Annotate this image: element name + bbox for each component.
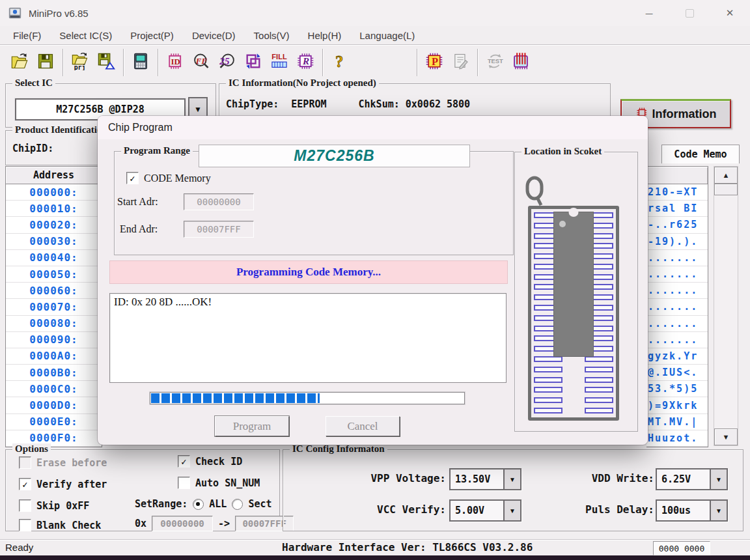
toolbar-fill-block-button[interactable]: FILL [266,48,292,77]
ascii-row[interactable]: @.IUS<. [646,365,708,381]
chevron-down-icon[interactable]: ▼ [710,501,727,520]
menu-select-ic-s[interactable]: Select IC(S) [50,28,121,43]
svg-text:FF: FF [195,56,208,65]
ascii-row[interactable]: gyzk.Yr [646,348,708,365]
checkbox-blank-check[interactable]: Blank Check [19,519,101,531]
ascii-row[interactable]: -19).). [646,234,708,250]
tab-code-memo[interactable]: Code Memo [661,145,740,163]
menu-language-l[interactable]: Language(L) [350,28,424,43]
radio-all[interactable] [193,499,204,510]
scrollbar-thumb[interactable] [714,184,738,195]
ascii-row[interactable]: )=9Xkrk [646,397,708,413]
radio-sect[interactable] [232,499,243,510]
address-row[interactable]: 0000D0: [6,397,102,413]
ascii-row[interactable]: ....... [646,332,708,348]
device-info-icon [132,52,150,73]
toolbar-edit-auto-serial-button[interactable] [447,48,473,77]
chevron-down-icon[interactable]: ▼ [710,469,727,489]
dialog-title: Chip Program [98,116,648,139]
toolbar-copy-buffer-button[interactable] [240,48,266,77]
config-select-puls-delay[interactable]: 100us▼ [656,499,728,522]
socket-pin-row [534,408,613,414]
ascii-row[interactable]: ....... [646,266,708,283]
chip-name-title: M27C256B [199,145,470,167]
checkbox-auto-sn-num[interactable]: Auto SN_NUM [178,477,260,489]
address-row[interactable]: 000060: [6,283,102,299]
checkbox-box [178,477,190,489]
socket-pin-row [534,367,613,373]
maximize-button[interactable] [669,0,710,26]
address-row[interactable]: 000010: [6,201,102,217]
address-row[interactable]: 000030: [6,234,102,250]
toolbar-save-project-as-button[interactable] [93,48,119,77]
toolbar-help-button[interactable]: ? [327,48,353,77]
ic-config-legend: IC Config Informaton [290,443,387,455]
checkbox-code-memory[interactable]: ✓ CODE Memory [126,172,211,184]
menu-help-h[interactable]: Help(H) [299,28,351,43]
menu-tools-v[interactable]: Tools(V) [245,28,299,43]
menu-project-p[interactable]: Project(P) [121,28,183,43]
address-row[interactable]: 000090: [6,332,102,348]
address-row[interactable]: 000000: [6,184,102,201]
start-adr-field[interactable]: 00000000 [184,193,254,210]
toolbar-check-id-button[interactable]: ID [162,48,188,77]
toolbar-fill-25-button[interactable]: 25 [214,48,240,77]
vertical-scrollbar[interactable]: ▲ ▼ [714,166,738,446]
toolbar-program-chip-button[interactable]: P [421,48,447,77]
scroll-down-button[interactable]: ▼ [714,428,738,445]
address-row[interactable]: 0000A0: [6,348,102,365]
ascii-row[interactable]: rsal BI [646,201,708,217]
toolbar-device-info-button[interactable] [128,48,154,77]
ascii-row[interactable]: 53.*5)5 [646,381,708,397]
chksum-label: ChkSum: [359,98,400,110]
address-row[interactable]: 0000E0: [6,414,102,430]
toolbar-fill-ff-button[interactable]: FF [188,48,214,77]
address-row[interactable]: 000050: [6,266,102,283]
toolbar-save-file-button[interactable] [33,48,59,77]
cancel-button[interactable]: Cancel [326,416,400,436]
address-row[interactable]: 000070: [6,299,102,315]
ascii-row[interactable]: MT.MV.| [646,414,708,430]
range-prefix-label: 0x [135,518,146,529]
window-title: MiniPro v6.85 [29,8,89,19]
check-id-icon: ID [166,52,184,73]
checkbox-skip-0xff[interactable]: Skip 0xFF [19,499,89,512]
address-row[interactable]: 000040: [6,250,102,266]
scroll-up-button[interactable]: ▲ [714,167,738,184]
ascii-column-header[interactable] [646,167,708,184]
toolbar-ic-test-button[interactable] [508,48,534,77]
end-adr-field[interactable]: 00007FFF [184,221,254,238]
address-row[interactable]: 000020: [6,217,102,233]
config-select-vdd-write[interactable]: 6.25V▼ [656,468,728,490]
socket-pin-left [534,387,562,393]
checkbox-erase-before[interactable]: Erase before [19,456,107,469]
toolbar-open-project-button[interactable]: prj [67,48,93,77]
ascii-row[interactable]: ....... [646,316,708,332]
checkbox-verify-after[interactable]: ✓Verify after [19,478,107,490]
toolbar-separator [158,49,158,76]
ascii-row[interactable]: ....... [646,283,708,299]
ascii-row[interactable]: Huuzot. [646,430,708,447]
program-button[interactable]: Program [215,416,289,436]
menu-file-f[interactable]: File(F) [4,28,50,43]
socket-pin-row [534,397,613,404]
toolbar-open-file-button[interactable] [7,48,33,77]
toolbar-self-test-button[interactable]: TEST [482,48,508,77]
address-row[interactable]: 000080: [6,316,102,332]
ascii-row[interactable]: ....... [646,299,708,315]
range-from-field[interactable]: 00000000 [152,516,213,531]
checkbox-label: Check ID [195,456,242,468]
ascii-row[interactable]: 210-=XT [646,184,708,201]
close-button[interactable]: ✕ [710,0,750,26]
address-row[interactable]: 0000C0: [6,381,102,397]
checkbox-check-id[interactable]: ✓Check ID [178,455,242,468]
address-row[interactable]: 0000B0: [6,365,102,381]
address-column-header[interactable]: Address [6,167,102,184]
menu-device-d[interactable]: Device(D) [183,28,245,43]
minimize-button[interactable]: ─ [629,0,669,26]
ascii-row[interactable]: -..r625 [646,217,708,233]
ascii-row[interactable]: ....... [646,250,708,266]
checkbox-box: ✓ [178,455,190,468]
radio-label: Sect [248,498,271,510]
toolbar-logic-ic-button[interactable]: R [292,48,318,77]
